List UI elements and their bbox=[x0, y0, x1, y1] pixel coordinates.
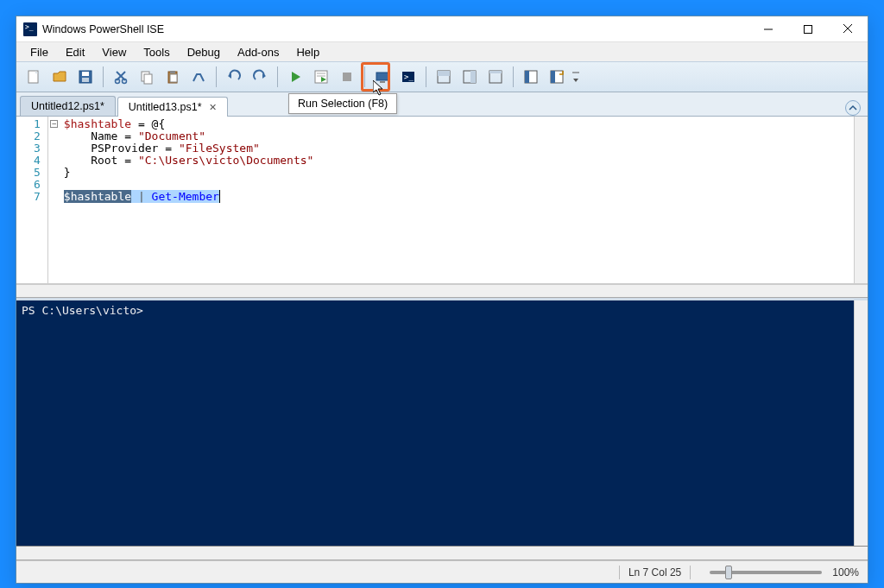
tab-label: Untitled13.ps1* bbox=[129, 101, 202, 113]
show-command-window-button[interactable] bbox=[545, 65, 569, 89]
zoom-slider-thumb[interactable] bbox=[725, 566, 732, 579]
fold-toggle[interactable]: − bbox=[50, 120, 58, 128]
close-button[interactable] bbox=[828, 16, 868, 41]
zoom-slider[interactable] bbox=[710, 571, 822, 574]
clear-button[interactable] bbox=[186, 65, 211, 89]
paste-button[interactable] bbox=[161, 65, 185, 89]
code-area[interactable]: $hashtable = @{ Name = "Document" PSProv… bbox=[60, 117, 868, 283]
layout-max-icon bbox=[488, 69, 503, 85]
redo-button[interactable] bbox=[248, 65, 272, 89]
scissors-icon bbox=[113, 69, 129, 85]
fold-column: − bbox=[48, 117, 60, 283]
menu-view[interactable]: View bbox=[93, 44, 135, 60]
console-pane[interactable]: PS C:\Users\victo> bbox=[16, 298, 868, 547]
cursor-position: Ln 7 Col 25 bbox=[628, 566, 681, 579]
undo-icon bbox=[226, 69, 242, 85]
tab-untitled12[interactable]: Untitled12.ps1* bbox=[20, 96, 116, 116]
minimize-icon bbox=[764, 25, 773, 34]
code-token: "C:\Users\victo\Documents" bbox=[138, 154, 314, 167]
new-remote-button[interactable] bbox=[370, 65, 395, 89]
svg-rect-8 bbox=[82, 72, 89, 76]
svg-rect-1 bbox=[805, 25, 812, 33]
tab-label: Untitled12.ps1* bbox=[31, 100, 104, 112]
command-window-icon bbox=[549, 69, 565, 85]
chevron-up-icon bbox=[849, 104, 857, 112]
menu-tools[interactable]: Tools bbox=[135, 44, 178, 60]
copy-icon bbox=[139, 69, 155, 85]
show-script-max-button[interactable] bbox=[483, 65, 508, 89]
show-script-right-button[interactable] bbox=[458, 65, 482, 89]
code-token: "Document" bbox=[138, 130, 205, 142]
line-number: 1 bbox=[34, 118, 41, 130]
run-selection-button[interactable] bbox=[309, 65, 333, 89]
tooltip: Run Selection (F8) bbox=[288, 93, 397, 114]
undo-button[interactable] bbox=[222, 65, 246, 89]
svg-marker-21 bbox=[292, 72, 300, 82]
app-window: Windows PowerShell ISE File Edit View To… bbox=[16, 16, 868, 584]
close-icon bbox=[843, 24, 853, 34]
svg-point-12 bbox=[116, 79, 120, 84]
new-button[interactable] bbox=[22, 65, 46, 89]
menu-debug[interactable]: Debug bbox=[179, 44, 229, 60]
powershell-icon bbox=[23, 22, 37, 36]
line-number: 4 bbox=[34, 155, 41, 167]
editor-horizontal-scrollbar[interactable] bbox=[16, 284, 868, 298]
tab-close-icon[interactable]: ✕ bbox=[209, 102, 217, 113]
redo-icon bbox=[252, 69, 268, 85]
tab-untitled13[interactable]: Untitled13.ps1* ✕ bbox=[117, 97, 228, 117]
show-script-top-button[interactable] bbox=[432, 65, 456, 89]
cut-button[interactable] bbox=[109, 65, 133, 89]
run-script-button[interactable] bbox=[283, 65, 307, 89]
line-number: 2 bbox=[34, 130, 41, 142]
separator bbox=[277, 66, 278, 87]
separator bbox=[619, 566, 620, 579]
save-button[interactable] bbox=[73, 65, 98, 89]
command-addon-icon bbox=[523, 69, 539, 85]
svg-text:>_: >_ bbox=[404, 73, 414, 81]
svg-rect-27 bbox=[376, 73, 388, 80]
svg-marker-42 bbox=[573, 79, 578, 82]
line-number: 7 bbox=[34, 191, 41, 203]
separator bbox=[364, 66, 365, 87]
code-token: $hashtable bbox=[64, 117, 131, 130]
stop-button[interactable] bbox=[335, 65, 359, 89]
layout-top-icon bbox=[436, 69, 451, 85]
svg-rect-28 bbox=[380, 81, 385, 83]
window-title: Windows PowerShell ISE bbox=[42, 23, 164, 35]
separator bbox=[216, 66, 217, 87]
editor-tabs: Untitled12.ps1* Untitled13.ps1* ✕ bbox=[16, 92, 868, 117]
separator bbox=[690, 566, 691, 579]
minimize-button[interactable] bbox=[748, 16, 788, 41]
open-button[interactable] bbox=[47, 65, 72, 89]
powershell-window-icon: >_ bbox=[401, 69, 416, 85]
svg-rect-34 bbox=[470, 71, 476, 83]
svg-rect-17 bbox=[170, 71, 175, 73]
menu-file[interactable]: File bbox=[22, 44, 57, 60]
toolbar: >_ Run Selection (F8) bbox=[16, 61, 868, 92]
editor-vertical-scrollbar[interactable] bbox=[854, 117, 868, 283]
copy-button[interactable] bbox=[135, 65, 159, 89]
console-horizontal-scrollbar[interactable] bbox=[16, 547, 868, 560]
line-number: 5 bbox=[34, 167, 41, 179]
code-token: } bbox=[64, 166, 71, 179]
svg-rect-36 bbox=[489, 71, 502, 73]
show-command-button[interactable] bbox=[519, 65, 543, 89]
code-token-selected: $hashtable bbox=[64, 190, 131, 203]
script-editor[interactable]: 1 2 3 4 5 6 7 − $hashtable = @{ Name = "… bbox=[16, 117, 868, 284]
menu-addons[interactable]: Add-ons bbox=[229, 44, 287, 60]
maximize-button[interactable] bbox=[788, 16, 828, 41]
layout-right-icon bbox=[462, 69, 477, 85]
menu-help[interactable]: Help bbox=[287, 44, 328, 60]
menu-edit[interactable]: Edit bbox=[57, 44, 93, 60]
window-controls bbox=[748, 16, 868, 41]
toolbar-overflow[interactable] bbox=[571, 65, 581, 89]
start-powershell-button[interactable]: >_ bbox=[396, 65, 420, 89]
code-token: Name = bbox=[64, 130, 138, 142]
code-token: = @{ bbox=[131, 117, 165, 130]
code-token: PSProvider = bbox=[64, 142, 179, 155]
code-token-selected: Get-Member bbox=[152, 190, 220, 203]
collapse-script-pane-button[interactable] bbox=[845, 100, 861, 116]
line-number: 3 bbox=[34, 142, 41, 155]
console-vertical-scrollbar[interactable] bbox=[854, 300, 868, 546]
code-token: Root = bbox=[64, 154, 138, 167]
